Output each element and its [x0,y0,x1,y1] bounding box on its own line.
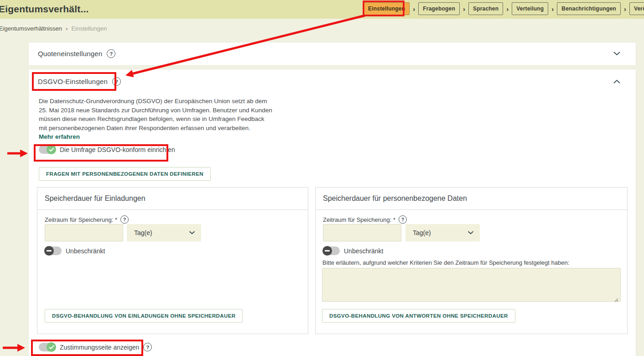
tab-separator: › [463,5,465,13]
select-value: Tag(e) [413,229,431,236]
check-icon [47,342,56,352]
breadcrumb: Eigentumsverhältnissen › Einstellungen [0,25,107,32]
storage-criteria-label: Bitte erläutern, aufgrund welcher Kriter… [322,259,569,266]
consent-page-toggle-row: Zustimmungsseite anzeigen ? [39,343,152,351]
tab-separator: › [624,5,626,13]
chevron-down-icon [189,231,195,235]
storage-period-label: Zeitraum für Speicherung: * [45,216,117,223]
personal-data-unlimited-toggle-row: Unbeschränkt [323,246,383,255]
chevron-up-icon[interactable] [613,79,620,84]
storage-period-label: Zeitraum für Speicherung: * [323,216,395,223]
breadcrumb-separator: › [66,25,68,32]
personal-data-panel-title: Speicherdauer für personenbezogene Daten [323,194,467,203]
tab-sprachen[interactable]: Sprachen [468,2,503,15]
tab-separator: › [551,5,554,13]
invitations-unlimited-label: Unbeschränkt [66,247,105,255]
page-title: Eigentumsverhält... [0,4,89,15]
invitations-unlimited-toggle-row: Unbeschränkt [45,246,105,255]
chevron-down-icon [468,231,473,235]
help-icon[interactable]: ? [399,215,407,224]
tab-separator: › [506,5,509,13]
minus-icon [44,246,54,256]
tab-separator: › [413,5,415,13]
gdpr-description: Die Datenschutz-Grundverordnung (DSGVO) … [39,97,303,132]
tab-einstellungen[interactable]: Einstellungen [364,2,410,15]
invitations-storage-unit-select[interactable]: Tag(e) [127,224,201,241]
personal-data-storage-unit-select[interactable]: Tag(e) [405,224,480,241]
help-icon[interactable]: ? [112,77,121,86]
select-value: Tag(e) [134,229,152,236]
wizard-tabs: Einstellungen › Fragebogen › Sprachen › … [364,1,644,16]
tab-verteilung[interactable]: Verteilung [512,2,548,15]
invitations-unlimited-toggle[interactable] [45,246,62,255]
consent-page-toggle-label: Zustimmungsseite anzeigen [60,344,139,351]
gdpr-answers-without-storage-button[interactable]: DSGVO-BEHANDLUNG VON ANTWORTEN OHNE SPEI… [322,309,515,323]
quota-settings-card: Quoteneinstellungen ? [29,42,636,65]
chevron-down-icon[interactable] [613,52,620,56]
storage-period-label-row: Zeitraum für Speicherung: * ? [323,215,407,224]
tab-fragebogen[interactable]: Fragebogen [418,2,460,15]
personal-data-unlimited-label: Unbeschränkt [344,247,383,255]
help-icon[interactable]: ? [143,343,152,351]
storage-period-label-row: Zeitraum für Speicherung: * ? [45,215,129,224]
personal-data-unlimited-toggle[interactable] [323,246,340,255]
personal-data-storage-period-input[interactable] [323,224,401,241]
invitations-panel-title: Speicherdauer für Einladungen [45,194,145,203]
storage-criteria-textarea[interactable] [322,268,621,302]
gdpr-card-title: DSGVO-Einstellungen [38,78,108,85]
personal-data-storage-panel: Speicherdauer für personenbezogene Daten… [315,187,628,334]
quota-card-title: Quoteneinstellungen [38,50,102,58]
invitations-storage-panel: Speicherdauer für Einladungen Zeitraum f… [37,187,308,334]
gdpr-compliance-toggle-row: Die Umfrage DSGVO-konform einrichten [39,145,175,154]
define-personal-data-questions-button[interactable]: FRAGEN MIT PERSONENBEZOGENEN DATEN DEFIN… [39,167,211,181]
tab-benachrichtigungen[interactable]: Benachrichtigungen [557,2,621,15]
help-icon[interactable]: ? [120,215,129,224]
learn-more-link[interactable]: Mehr erfahren [39,133,80,140]
consent-page-toggle[interactable] [39,343,56,351]
gdpr-compliance-toggle[interactable] [39,145,56,154]
breadcrumb-item-survey[interactable]: Eigentumsverhältnissen [0,25,62,32]
minus-icon [322,246,332,256]
invitations-storage-period-input[interactable] [45,224,123,241]
app-header: Eigentumsverhält... Einstellungen › Frag… [0,0,644,19]
gdpr-compliance-toggle-label: Die Umfrage DSGVO-konform einrichten [60,146,175,153]
gdpr-settings-card: DSGVO-Einstellungen ? Die Datenschutz-Gr… [29,69,636,356]
tab-veroeffentlichen[interactable]: Veröffentlic [629,2,644,15]
breadcrumb-item-current: Einstellungen [71,25,107,32]
check-icon [47,145,56,154]
help-icon[interactable]: ? [107,49,115,58]
gdpr-invitations-without-storage-button[interactable]: DSGVO-BEHANDLUNG VON EINLADUNGEN OHNE SP… [45,309,243,323]
